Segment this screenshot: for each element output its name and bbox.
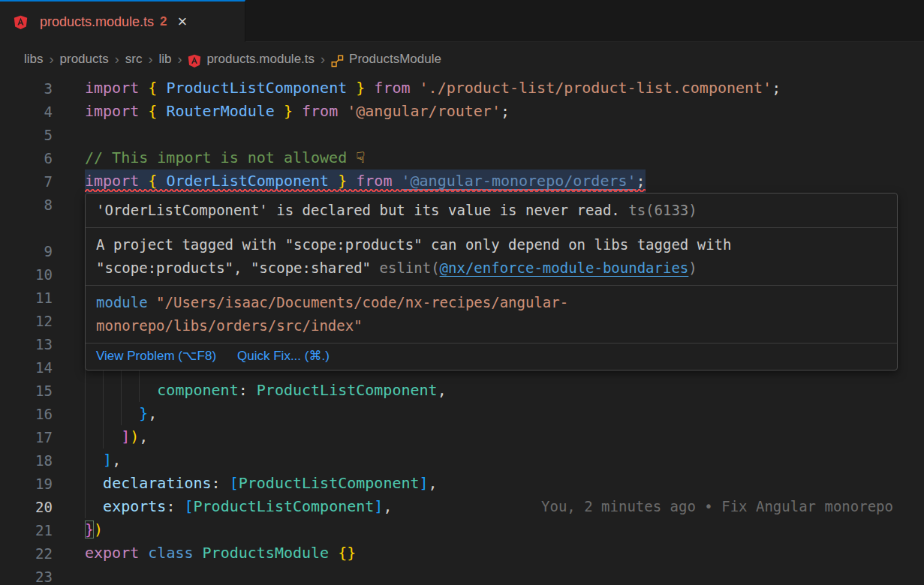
code-line-22: 22export class ProductsModule {} [0, 542, 924, 565]
line-number: 9 [0, 243, 53, 260]
line-content: exports: [ProductListComponent],You, 2 m… [85, 495, 924, 518]
view-problem-action[interactable]: View Problem (⌥F8) [96, 348, 216, 364]
code-token: { [148, 102, 166, 120]
breadcrumb-separator: › [142, 52, 158, 68]
code-token: from [293, 102, 347, 120]
code-token: : [239, 381, 257, 399]
indent-guide [103, 425, 104, 448]
line-number: 5 [0, 127, 53, 143]
line-number: 15 [0, 382, 53, 399]
breadcrumb-item-lib[interactable]: lib [158, 52, 171, 67]
code-token: import [85, 102, 148, 120]
line-content: export class ProductsModule {} [85, 542, 924, 565]
eslint-rule-link[interactable]: @nx/enforce-module-boundaries [440, 260, 689, 276]
line-number: 12 [0, 313, 53, 329]
indent-guide [103, 379, 104, 402]
line-number: 4 [0, 104, 53, 120]
hover-popup: 'OrderListComponent' is declared but its… [85, 193, 898, 370]
code-token: [ [230, 474, 239, 492]
indent-guide [85, 472, 86, 495]
module-path-line1: "/Users/isaac/Documents/code/nx-recipes/… [156, 294, 568, 310]
line-content: ]), [85, 425, 924, 448]
line-content: ], [85, 448, 924, 472]
code-token: } [347, 79, 365, 97]
line-number: 6 [0, 150, 53, 166]
code-line-6: 6// This import is not allowed ☟ [0, 146, 924, 170]
line-content: component: ProductListComponent, [85, 379, 924, 402]
code-token: '@angular/router' [347, 102, 501, 120]
code-token: from [347, 172, 401, 190]
indent-guide [85, 448, 86, 472]
code-token: ] [103, 451, 112, 469]
breadcrumb-item-productsmodule[interactable]: ProductsModule [349, 52, 441, 67]
tab-title: products.module.ts [40, 14, 154, 30]
code-token: } [139, 404, 148, 422]
breadcrumb-separator: › [109, 52, 125, 68]
module-path-line2: monorepo/libs/orders/src/index" [96, 317, 363, 334]
indent-guide [121, 379, 122, 402]
line-number: 7 [0, 173, 53, 190]
breadcrumb-separator: › [44, 52, 60, 68]
breadcrumb-item-products[interactable]: products [60, 52, 109, 67]
breadcrumb-item-products.module.ts[interactable]: products.module.ts [206, 52, 315, 67]
git-blame-annotation: You, 2 minutes ago • Fix Angular monorep… [541, 495, 893, 518]
code-token: ProductListComponent [194, 497, 375, 515]
code-token: , [112, 451, 121, 469]
indentation [85, 451, 103, 469]
breadcrumb-item-libs[interactable]: libs [24, 52, 44, 67]
code-token: ] [374, 497, 383, 515]
line-number: 18 [0, 452, 53, 469]
close-icon[interactable]: × [178, 14, 188, 30]
diagnostic-eslint-line2: "scope:products", "scope:shared" [96, 260, 380, 276]
code-token: [ [184, 497, 193, 515]
line-number: 23 [0, 568, 53, 585]
code-token: ] [121, 428, 130, 446]
line-content: import { ProductListComponent } from './… [85, 76, 924, 100]
code-token: ; [501, 102, 510, 120]
code-token: export [85, 544, 148, 562]
indentation [85, 497, 103, 515]
module-info: module "/Users/isaac/Documents/code/nx-r… [86, 286, 897, 343]
code-token: declarations [103, 474, 212, 492]
error-line-highlight: import { OrderListComponent } from '@ang… [85, 170, 646, 193]
code-token: // This import is not allowed [85, 148, 356, 166]
code-token: { [148, 172, 166, 190]
breadcrumb-item-src[interactable]: src [125, 52, 143, 67]
code-line-3: 3import { ProductListComponent } from '.… [0, 76, 924, 100]
code-line-17: 17 ]), [0, 425, 924, 448]
code-token: : [166, 497, 184, 515]
line-content: }, [85, 402, 924, 425]
line-number: 17 [0, 429, 53, 446]
code-line-21: 21}) [0, 518, 924, 542]
code-token: RouterModule [166, 102, 275, 120]
line-number: 13 [0, 336, 53, 352]
code-token: component [157, 381, 238, 399]
code-token: ProductListComponent [166, 79, 347, 97]
angular-icon [14, 15, 28, 29]
tab-products-module[interactable]: products.module.ts 2 × [0, 0, 245, 42]
breadcrumb-separator: › [171, 52, 188, 68]
editor[interactable]: 3import { ProductListComponent } from '.… [0, 76, 924, 585]
code-token: , [148, 404, 157, 422]
breadcrumb: libs›products›src›lib›products.module.ts… [0, 42, 924, 76]
code-token: import [85, 79, 148, 97]
code-token: , [429, 474, 438, 492]
line-content [85, 123, 924, 146]
code-token: , [383, 497, 392, 515]
diagnostic-ts: 'OrderListComponent' is declared but its… [86, 194, 897, 227]
code-token: ProductsModule [203, 544, 339, 562]
code-line-5: 5 [0, 123, 924, 146]
line-content: }) [85, 518, 924, 542]
line-number: 22 [0, 545, 53, 562]
line-number: 19 [0, 476, 53, 492]
code-token: './product-list/product-list.component' [420, 79, 772, 97]
code-token: ) [130, 428, 139, 446]
code-token: ; [637, 172, 646, 190]
line-number: 16 [0, 406, 53, 422]
indent-guide [121, 402, 122, 425]
line-content: declarations: [ProductListComponent], [85, 472, 924, 495]
code-token: { [148, 79, 166, 97]
quick-fix-action[interactable]: Quick Fix... (⌘.) [237, 348, 330, 364]
code-token: ☟ [356, 148, 365, 166]
code-token: } [85, 520, 94, 538]
